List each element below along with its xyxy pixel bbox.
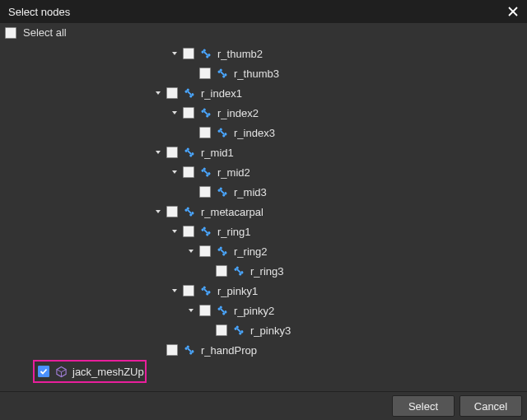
- node-icon: [232, 324, 245, 337]
- node-icon: [199, 284, 212, 297]
- bone-icon: [199, 47, 212, 60]
- tree-row[interactable]: r_handProp: [0, 340, 527, 360]
- node-label: r_index3: [234, 127, 275, 139]
- expand-toggle[interactable]: [170, 286, 180, 296]
- tree-row[interactable]: r_thumb3: [0, 63, 527, 83]
- node-icon: [216, 126, 229, 139]
- svg-rect-48: [187, 209, 192, 214]
- node-checkbox[interactable]: [216, 265, 227, 277]
- node-label: r_ring3: [250, 265, 283, 278]
- bone-icon: [199, 166, 212, 179]
- node-checkbox[interactable]: [199, 305, 211, 316]
- svg-rect-87: [187, 348, 192, 352]
- node-checkbox[interactable]: [166, 206, 178, 217]
- node-checkbox[interactable]: [183, 107, 194, 119]
- tree-row[interactable]: r_index3: [0, 123, 527, 142]
- node-checkbox[interactable]: [166, 87, 178, 99]
- svg-marker-70: [172, 289, 177, 292]
- tree-row[interactable]: r_ring2: [0, 241, 527, 261]
- tree-row[interactable]: r_index2: [0, 103, 527, 123]
- svg-rect-60: [220, 249, 225, 254]
- expand-toggle[interactable]: [170, 49, 180, 58]
- select-button[interactable]: Select: [392, 395, 455, 417]
- tree-row[interactable]: r_mid2: [0, 162, 527, 182]
- node-checkbox[interactable]: [199, 68, 211, 79]
- svg-rect-82: [236, 328, 241, 333]
- node-checkbox[interactable]: [199, 245, 211, 257]
- svg-marker-13: [156, 91, 161, 95]
- node-label: r_mid2: [217, 166, 250, 179]
- node-checkbox[interactable]: [199, 127, 211, 138]
- node-icon: [183, 86, 196, 100]
- select-all-checkbox[interactable]: [5, 27, 16, 39]
- expand-toggle[interactable]: [186, 246, 196, 256]
- tree-row-highlighted[interactable]: jack_meshZUp: [33, 360, 147, 383]
- node-checkbox[interactable]: [166, 147, 178, 158]
- bone-icon: [183, 86, 196, 100]
- svg-rect-8: [220, 71, 225, 76]
- node-icon: [199, 106, 212, 119]
- bone-icon: [216, 245, 229, 258]
- tree-row[interactable]: r_ring1: [0, 222, 527, 241]
- tree-row[interactable]: r_mid1: [0, 142, 527, 162]
- cancel-button-label: Cancel: [474, 400, 507, 413]
- window-title: Select nodes: [8, 6, 70, 18]
- node-label: r_pinky1: [217, 285, 258, 297]
- node-checkbox[interactable]: [183, 48, 194, 59]
- node-label: r_index1: [201, 87, 242, 100]
- tree-row[interactable]: r_pinky1: [0, 281, 527, 301]
- bone-icon: [183, 343, 196, 357]
- svg-marker-36: [172, 170, 177, 174]
- select-all-row: Select all: [0, 23, 527, 42]
- tree-row[interactable]: r_thumb2: [0, 44, 527, 63]
- expand-toggle[interactable]: [170, 108, 180, 118]
- svg-rect-71: [203, 288, 208, 293]
- tree-row[interactable]: r_pinky2: [0, 301, 527, 320]
- bone-icon: [216, 67, 229, 80]
- svg-rect-14: [187, 91, 192, 96]
- svg-rect-37: [203, 170, 208, 175]
- cancel-button[interactable]: Cancel: [459, 395, 522, 417]
- node-checkbox[interactable]: [183, 226, 194, 237]
- node-icon: [183, 343, 196, 357]
- node-tree: r_thumb2r_thumb3r_index1r_index2r_index3…: [0, 42, 527, 391]
- tree-row[interactable]: r_mid3: [0, 182, 527, 202]
- tree-row[interactable]: r_metacarpal: [0, 202, 527, 222]
- node-checkbox[interactable]: [183, 285, 194, 296]
- svg-marker-59: [189, 250, 194, 253]
- bone-icon: [216, 126, 229, 139]
- node-icon: [216, 185, 229, 198]
- node-label: r_thumb3: [234, 68, 279, 80]
- node-icon: [183, 146, 196, 159]
- select-button-label: Select: [408, 400, 438, 413]
- expand-toggle[interactable]: [170, 226, 180, 236]
- tree-row[interactable]: r_index1: [0, 83, 527, 103]
- expand-toggle[interactable]: [186, 306, 196, 315]
- expand-toggle[interactable]: [153, 147, 163, 157]
- mesh-icon: [55, 366, 68, 378]
- bone-icon: [216, 185, 229, 198]
- node-checkbox[interactable]: [38, 366, 49, 377]
- node-label: r_pinky2: [234, 305, 274, 317]
- node-checkbox[interactable]: [216, 324, 227, 336]
- tree-row[interactable]: r_ring3: [0, 261, 527, 281]
- bone-icon: [183, 146, 196, 159]
- node-icon: [216, 304, 229, 317]
- svg-rect-77: [220, 308, 225, 313]
- select-all-label: Select all: [23, 26, 67, 39]
- dialog-footer: Select Cancel: [0, 391, 527, 420]
- close-button[interactable]: [506, 4, 520, 19]
- svg-marker-47: [156, 210, 161, 213]
- node-checkbox[interactable]: [166, 344, 178, 356]
- select-nodes-dialog: Select nodes Select all r_thumb2r_thumb3…: [0, 0, 527, 420]
- node-label: r_mid1: [201, 147, 234, 159]
- node-checkbox[interactable]: [183, 166, 194, 178]
- svg-rect-65: [236, 268, 241, 273]
- node-icon: [216, 67, 229, 80]
- node-checkbox[interactable]: [199, 186, 211, 198]
- tree-row[interactable]: r_pinky3: [0, 320, 527, 340]
- close-icon: [507, 6, 519, 17]
- expand-toggle[interactable]: [153, 88, 163, 98]
- expand-toggle[interactable]: [153, 207, 163, 217]
- expand-toggle[interactable]: [170, 167, 180, 177]
